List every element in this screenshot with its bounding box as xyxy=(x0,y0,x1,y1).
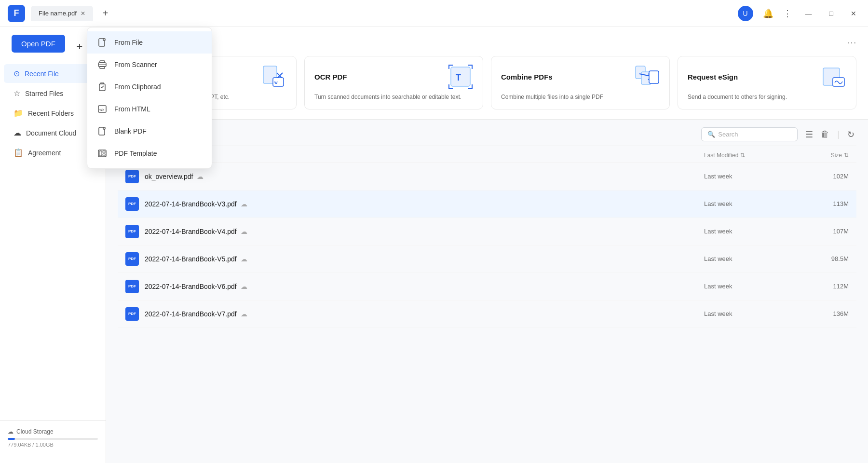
file-name: 2022-07-14-BrandBook-V7.pdf ☁ xyxy=(145,310,704,318)
svg-rect-24 xyxy=(103,154,105,156)
files-toolbar: 🔍 Search ☰ 🗑 | ↻ xyxy=(118,120,856,146)
active-tab[interactable]: File name.pdf ✕ xyxy=(31,6,93,21)
sidebar-item-starred-label: Starred Files xyxy=(25,90,63,97)
menu-item-blank-pdf[interactable]: Blank PDF xyxy=(87,120,212,142)
clipboard-menu-icon xyxy=(97,82,108,92)
ocr-icon: T xyxy=(448,64,473,89)
refresh-icon[interactable]: ↻ xyxy=(845,127,856,142)
delete-icon[interactable]: 🗑 xyxy=(819,127,831,141)
menu-item-from-file[interactable]: From File xyxy=(87,31,212,54)
menu-item-from-scanner[interactable]: From Scanner xyxy=(87,54,212,76)
tool-card-esign[interactable]: Request eSign Send a document to others … xyxy=(678,56,856,109)
col-modified[interactable]: Last Modified ⇅ xyxy=(704,152,800,159)
menu-item-from-clipboard[interactable]: From Clipborad xyxy=(87,76,212,98)
svg-rect-14 xyxy=(100,61,105,63)
view-list-icon[interactable]: ☰ xyxy=(803,127,815,142)
table-row[interactable]: PDF 2022-07-14-BrandBook-V5.pdf ☁ Last w… xyxy=(118,245,856,273)
svg-text:</>: </> xyxy=(99,108,104,111)
maximize-button[interactable]: □ xyxy=(826,8,837,19)
table-row[interactable]: PDF ok_overview.pdf ☁ Last week 102M xyxy=(118,163,856,191)
cloud-sync-icon: ☁ xyxy=(241,200,247,208)
file-size: 98.5M xyxy=(800,255,849,262)
sidebar-item-cloud-label: Document Cloud xyxy=(26,129,76,137)
app-logo: F xyxy=(8,5,25,22)
table-row[interactable]: PDF 2022-07-14-BrandBook-V4.pdf ☁ Last w… xyxy=(118,218,856,245)
file-modified: Last week xyxy=(704,228,800,235)
file-name: ok_overview.pdf ☁ xyxy=(145,173,704,180)
cloud-sync-icon: ☁ xyxy=(241,228,247,235)
svg-rect-22 xyxy=(99,151,102,156)
cloud-nav-icon: ☁ xyxy=(14,128,21,137)
file-menu-icon xyxy=(97,37,108,48)
minimize-button[interactable]: — xyxy=(801,8,816,19)
add-tab-button[interactable]: + xyxy=(99,6,112,21)
toolbar-icons: ☰ 🗑 | ↻ xyxy=(803,127,856,142)
sidebar-item-folders-label: Recent Folders xyxy=(28,109,74,117)
tab-close-icon[interactable]: ✕ xyxy=(81,10,85,17)
dropdown-menu: From File From Scanner From Clipborad xyxy=(87,27,212,169)
open-pdf-button[interactable]: Open PDF xyxy=(12,35,65,53)
col-headers: Last Modified ⇅ Size ⇅ xyxy=(118,148,856,163)
more-icon[interactable]: ⋮ xyxy=(783,8,792,19)
file-modified: Last week xyxy=(704,283,800,290)
table-row[interactable]: PDF 2022-07-14-BrandBook-V3.pdf ☁ Last w… xyxy=(118,191,856,218)
search-box[interactable]: 🔍 Search xyxy=(701,127,798,141)
pdf-file-icon: PDF xyxy=(125,225,139,238)
menu-item-from-file-label: From File xyxy=(114,39,143,46)
pdf-file-icon: PDF xyxy=(125,170,139,183)
cloud-sync-icon: ☁ xyxy=(241,283,247,290)
svg-rect-23 xyxy=(103,151,105,153)
add-button[interactable]: + xyxy=(73,40,86,54)
esign-icon xyxy=(821,64,846,89)
agreement-icon: 📋 xyxy=(14,148,23,157)
menu-item-from-html[interactable]: </> From HTML xyxy=(87,98,212,120)
file-name: 2022-07-14-BrandBook-V3.pdf ☁ xyxy=(145,200,704,208)
sidebar-item-agreement-label: Agreement xyxy=(28,149,61,157)
file-size: 102M xyxy=(800,173,849,180)
tool-ocr-title: OCR PDF xyxy=(314,73,347,81)
template-menu-icon xyxy=(97,148,108,159)
pdf-file-icon: PDF xyxy=(125,197,139,211)
menu-item-pdf-template[interactable]: PDF Template xyxy=(87,142,212,164)
file-size: 113M xyxy=(800,200,849,207)
recent-icon: ⊙ xyxy=(14,69,20,78)
tool-ocr-desc: Turn scanned documents into searchable o… xyxy=(314,93,473,101)
svg-rect-20 xyxy=(103,127,105,129)
file-size: 136M xyxy=(800,310,849,317)
avatar[interactable]: U xyxy=(738,6,753,21)
file-modified: Last week xyxy=(704,200,800,207)
quick-tools-header: Quick Tools ⋯ xyxy=(118,37,856,48)
tool-card-ocr[interactable]: OCR PDF T Turn scanned documents into se… xyxy=(304,56,483,109)
search-icon: 🔍 xyxy=(707,131,715,138)
sort-size-icon: ⇅ xyxy=(844,152,849,159)
storage-bar xyxy=(8,438,98,440)
tool-esign-title: Request eSign xyxy=(688,73,738,81)
convert-icon: W xyxy=(261,64,286,89)
tool-esign-desc: Send a document to others for signing. xyxy=(688,93,846,101)
pdf-file-icon: PDF xyxy=(125,307,139,321)
pdf-file-icon: PDF xyxy=(125,252,139,266)
table-row[interactable]: PDF 2022-07-14-BrandBook-V6.pdf ☁ Last w… xyxy=(118,273,856,300)
titlebar: F File name.pdf ✕ + U 🔔 ⋮ — □ ✕ xyxy=(0,0,868,27)
star-icon: ☆ xyxy=(14,89,20,98)
svg-text:T: T xyxy=(456,73,461,82)
tool-combine-title: Combine PDFs xyxy=(501,73,553,81)
combine-icon xyxy=(635,64,660,89)
quick-tools-more-icon[interactable]: ⋯ xyxy=(847,37,856,48)
pdf-file-icon: PDF xyxy=(125,280,139,293)
divider-icon: | xyxy=(835,127,841,141)
storage-text: 779.04KB / 1.00GB xyxy=(8,442,98,448)
menu-item-blank-pdf-label: Blank PDF xyxy=(114,127,147,135)
svg-rect-11 xyxy=(103,39,105,41)
table-row[interactable]: PDF 2022-07-14-BrandBook-V7.pdf ☁ Last w… xyxy=(118,300,856,328)
file-name: 2022-07-14-BrandBook-V5.pdf ☁ xyxy=(145,255,704,263)
html-menu-icon: </> xyxy=(97,104,108,114)
cloud-storage-icon: ☁ xyxy=(8,428,14,435)
search-placeholder: Search xyxy=(718,131,738,138)
bell-icon[interactable]: 🔔 xyxy=(763,8,773,19)
close-button[interactable]: ✕ xyxy=(847,8,860,19)
blank-menu-icon xyxy=(97,126,108,136)
tool-card-combine[interactable]: Combine PDFs Combine multiple files into… xyxy=(491,56,670,109)
col-size[interactable]: Size ⇅ xyxy=(800,152,849,159)
tool-combine-desc: Combine multiple files into a single PDF xyxy=(501,93,660,101)
